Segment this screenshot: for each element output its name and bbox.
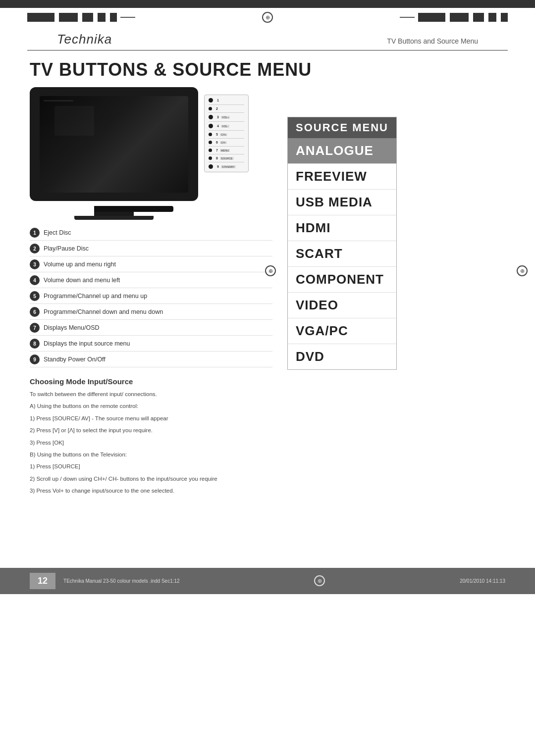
- step2a: 2) Press [V] or [Λ] to select the input …: [30, 426, 272, 435]
- sbp-row-6: 6 CH-: [209, 140, 244, 145]
- step3a: 3) Press [OK]: [30, 438, 272, 447]
- step2b: 2) Scroll up / down using CH+/ CH- butto…: [30, 474, 272, 483]
- source-menu-item-component: COMPONENT: [288, 267, 396, 293]
- button-list: 1 Eject Disc 2 Play/Pause Disc 3 Volume …: [30, 225, 272, 367]
- item-number-4: 4: [30, 275, 40, 285]
- item-text-7: Displays Menu/OSD: [44, 324, 100, 331]
- section-a-title: A) Using the buttons on the remote contr…: [30, 402, 272, 410]
- brand-header: Technika TV Buttons and Source Menu: [27, 27, 508, 50]
- sbp-row-7: 7 MENU: [209, 148, 244, 153]
- page-number: 12: [30, 573, 55, 589]
- btn-dot-1: [209, 98, 213, 102]
- sbp-row-2: 2: [209, 106, 244, 111]
- step1b: 1) Press [SOURCE]: [30, 462, 272, 471]
- item-number-2: 2: [30, 244, 40, 253]
- item-text-1: Eject Disc: [44, 229, 71, 236]
- list-item: 4 Volume down and menu left: [30, 272, 272, 288]
- registration-mark-left: ⊕: [265, 265, 276, 276]
- btn-dot-9: [209, 164, 213, 169]
- list-item: 1 Eject Disc: [30, 225, 272, 241]
- sbp-row-8: 8 SOURCE: [209, 155, 244, 161]
- registration-mark-top: ⊕: [262, 12, 273, 23]
- footer-right-text: 20/01/2010 14:11:13: [460, 578, 505, 584]
- item-text-2: Play/Pause Disc: [44, 245, 89, 252]
- source-menu-item-dvd: DVD: [288, 344, 396, 369]
- list-item: 3 Volume up and menu right: [30, 256, 272, 272]
- source-menu-item-video: VIDEO: [288, 293, 396, 318]
- list-item: 8 Displays the input source menu: [30, 336, 272, 352]
- tv-base: [74, 216, 154, 220]
- page-subtitle: TV Buttons and Source Menu: [387, 37, 478, 45]
- item-number-7: 7: [30, 323, 40, 333]
- choosing-body: To switch between the different input/ c…: [30, 390, 272, 496]
- list-item: 9 Standby Power On/Off: [30, 352, 272, 367]
- btn-dot-7: [209, 149, 212, 152]
- item-text-6: Programme/Channel down and menu down: [44, 308, 163, 315]
- step3b: 3) Press Vol+ to change input/source to …: [30, 486, 272, 495]
- list-item: 6 Programme/Channel down and menu down: [30, 304, 272, 320]
- btn-dot-6: [209, 141, 212, 144]
- tv-image: [30, 87, 198, 201]
- sbp-row-4: 4 VOL-: [209, 123, 244, 129]
- sbp-row-5: 5 CH+: [209, 132, 244, 137]
- item-text-3: Volume up and menu right: [44, 261, 116, 268]
- sbp-row-9: 9 STANDBY: [209, 163, 244, 170]
- source-menu-item-hdmi: HDMI: [288, 215, 396, 241]
- item-text-4: Volume down and menu left: [44, 277, 120, 284]
- btn-dot-8: [209, 156, 212, 160]
- sbp-row-3: 3 VOL+: [209, 114, 244, 120]
- footer-reg-mark: ⊕: [314, 575, 325, 586]
- registration-mark-right: ⊕: [517, 265, 528, 276]
- btn-dot-2: [209, 107, 212, 110]
- tv-stand: [94, 206, 134, 216]
- list-item: 7 Displays Menu/OSD: [30, 320, 272, 336]
- sbp-row-1: 1: [209, 97, 244, 103]
- side-button-panel: 1 2 3 VOL+ 4: [204, 95, 249, 172]
- btn-dot-3: [209, 115, 213, 119]
- source-menu-item-scart: SCART: [288, 241, 396, 267]
- item-text-9: Standby Power On/Off: [44, 356, 106, 363]
- source-menu-item-analogue: ANALOGUE: [288, 138, 396, 164]
- source-menu-item-usb: USB MEDIA: [288, 190, 396, 215]
- source-menu-item-vgapc: VGA/PC: [288, 318, 396, 344]
- item-number-3: 3: [30, 259, 40, 269]
- item-text-5: Programme/Channel up and menu up: [44, 293, 147, 300]
- list-item: 5 Programme/Channel up and menu up: [30, 288, 272, 304]
- footer-left-text: TEchnika Manual 23-50 colour models .ind…: [63, 578, 180, 584]
- section-b-title: B) Using the buttons on the Television:: [30, 450, 272, 459]
- choosing-title: Choosing Mode Input/Source: [30, 377, 272, 386]
- item-number-9: 9: [30, 354, 40, 364]
- item-number-6: 6: [30, 307, 40, 317]
- source-menu-title: SOURCE MENU: [288, 117, 396, 138]
- item-number-5: 5: [30, 291, 40, 301]
- item-number-8: 8: [30, 339, 40, 349]
- item-number-1: 1: [30, 228, 40, 238]
- screen-glare: [44, 100, 73, 101]
- intro-text: To switch between the different input/ c…: [30, 390, 272, 399]
- choosing-section: Choosing Mode Input/Source To switch bet…: [30, 377, 272, 496]
- btn-dot-5: [209, 133, 212, 136]
- source-menu: SOURCE MENU ANALOGUE FREEVIEW USB MEDIA …: [287, 117, 397, 370]
- step1a: 1) Press [SOURCE/ AV] - The source menu …: [30, 414, 272, 423]
- brand-name: Technika: [57, 32, 112, 47]
- tv-screen: [40, 96, 188, 193]
- source-menu-item-freeview: FREEVIEW: [288, 164, 396, 190]
- btn-dot-4: [209, 124, 213, 128]
- tv-illustration-area: 1 2 3 VOL+ 4: [30, 87, 272, 220]
- page-title: TV BUTTONS & SOURCE MENU: [0, 50, 535, 87]
- item-text-8: Displays the input source menu: [44, 340, 130, 347]
- list-item: 2 Play/Pause Disc: [30, 241, 272, 256]
